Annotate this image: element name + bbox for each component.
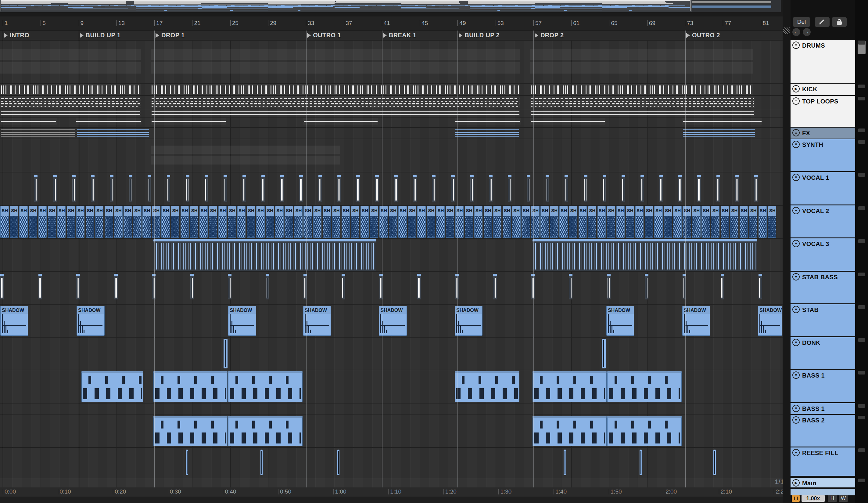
clip-stab-bass[interactable]	[493, 274, 497, 299]
clip-vocal-2[interactable]: SH	[0, 206, 9, 238]
track-header-synth[interactable]: ≡SYNTH	[790, 139, 855, 171]
clip-vocal-1[interactable]	[34, 175, 38, 203]
clip-stab[interactable]: SHADOW	[0, 306, 28, 336]
clip-vocal-2[interactable]: SH	[598, 206, 606, 238]
clip-vocal-2[interactable]: SH	[493, 206, 502, 238]
clip-vocal-1[interactable]	[508, 175, 512, 203]
history-back-button[interactable]: ←	[792, 28, 800, 36]
track-header-bass-2[interactable]: ▼BASS 2	[790, 415, 855, 446]
clip-vocal-2[interactable]: SH	[389, 206, 397, 238]
clip-reese-fill[interactable]	[713, 450, 715, 475]
clip-vocal-1[interactable]	[716, 175, 720, 203]
clip-vocal-2[interactable]: SH	[569, 206, 577, 238]
clip-vocal-1[interactable]	[148, 175, 151, 203]
clip-vocal-2[interactable]: SH	[550, 206, 558, 238]
track-header-stab[interactable]: ▼STAB	[790, 304, 855, 336]
history-forward-button[interactable]: →	[803, 28, 811, 36]
clip-stab-bass[interactable]	[455, 274, 459, 299]
clip-vocal-2[interactable]: SH	[398, 206, 407, 238]
clip-stab-bass[interactable]	[569, 274, 572, 299]
clip-vocal-2[interactable]: SH	[484, 206, 492, 238]
track-header-reese-fill[interactable]: ▼REESE FILL	[790, 447, 855, 476]
clip-vocal-2[interactable]: SH	[579, 206, 587, 238]
clip-vocal-2[interactable]: SH	[436, 206, 445, 238]
clip-vocal-2[interactable]: SH	[351, 206, 360, 238]
clip-stab[interactable]: SHADOW	[379, 306, 406, 336]
clip-vocal-2[interactable]: SH	[503, 206, 511, 238]
clip-vocal-2[interactable]: SH	[758, 206, 767, 238]
follow-toggle-icon[interactable]	[783, 28, 789, 34]
scrollbar-segment[interactable]	[858, 338, 865, 342]
clip-vocal-2[interactable]: SH	[218, 206, 227, 238]
scrollbar-segment[interactable]	[858, 416, 865, 419]
clip-vocal-1[interactable]	[72, 175, 76, 203]
clip-top-loops-c[interactable]	[530, 118, 606, 125]
track-header-donk[interactable]: ▼DONK	[790, 337, 855, 369]
track-header-bass-1[interactable]: ▼BASS 1	[790, 403, 855, 414]
scrollbar-segment[interactable]	[858, 449, 865, 452]
scrollbar-segment[interactable]	[858, 273, 865, 276]
clip-vocal-3[interactable]	[533, 239, 757, 271]
clip-bass-2[interactable]	[228, 416, 302, 446]
lock-button[interactable]	[832, 17, 847, 27]
clip-vocal-2[interactable]: SH	[180, 206, 189, 238]
clip-fx[interactable]	[76, 128, 149, 138]
fold-down-icon[interactable]: ▼	[792, 371, 800, 379]
locator-row[interactable]: INTROBUILD UP 1DROP 1OUTRO 1BREAK 1BUILD…	[0, 31, 783, 40]
clip-stab-bass[interactable]	[645, 274, 648, 299]
clip-vocal-2[interactable]: SH	[171, 206, 179, 238]
clip-vocal-2[interactable]: SH	[266, 206, 274, 238]
clip-reese-fill[interactable]	[564, 450, 566, 475]
clip-bass-1[interactable]	[607, 371, 681, 402]
fold-down-icon[interactable]: ▼	[792, 306, 800, 313]
clip-reese-fill[interactable]	[260, 450, 262, 475]
clip-vocal-2[interactable]: SH	[76, 206, 85, 238]
fold-down-icon[interactable]: ▼	[792, 174, 800, 181]
clip-vocal-1[interactable]	[242, 175, 246, 203]
clip-vocal-2[interactable]: SH	[124, 206, 132, 238]
clip-bass-1[interactable]	[228, 371, 302, 402]
clip-bass-2[interactable]	[153, 416, 228, 446]
clip-vocal-2[interactable]: SH	[114, 206, 123, 238]
clip-vocal-2[interactable]: SH	[380, 206, 388, 238]
track-header-main[interactable]: ▶Main	[790, 478, 855, 487]
clip-bass-1[interactable]	[153, 371, 228, 402]
clip-vocal-2[interactable]: SH	[39, 206, 47, 238]
clip-vocal-2[interactable]: SH	[730, 206, 739, 238]
scrollbar-segment[interactable]	[858, 84, 865, 88]
clip-vocal-2[interactable]: SH	[512, 206, 520, 238]
clip-vocal-1[interactable]	[432, 175, 435, 203]
locator-build-up-2[interactable]: BUILD UP 2	[459, 32, 499, 39]
clip-vocal-2[interactable]: SH	[57, 206, 66, 238]
clip-vocal-2[interactable]: SH	[607, 206, 616, 238]
clip-vocal-2[interactable]: SH	[95, 206, 104, 238]
clip-vocal-1[interactable]	[565, 175, 568, 203]
clip-vocal-2[interactable]: SH	[711, 206, 720, 238]
arrangement-area[interactable]: SHSHSHSHSHSHSHSHSHSHSHSHSHSHSHSHSHSHSHSH…	[0, 40, 783, 487]
locator-break-1[interactable]: BREAK 1	[383, 32, 417, 39]
clip-vocal-2[interactable]: SH	[702, 206, 710, 238]
clip-stab-bass[interactable]	[190, 274, 194, 299]
clip-kick[interactable]	[151, 84, 379, 94]
group-icon[interactable]: ≡	[792, 41, 800, 49]
clip-vocal-2[interactable]: SH	[190, 206, 198, 238]
clip-bass-1[interactable]	[81, 371, 143, 402]
clip-vocal-2[interactable]: SH	[531, 206, 539, 238]
clip-vocal-2[interactable]: SH	[199, 206, 208, 238]
track-header-vocal-3[interactable]: ▼VOCAL 3	[790, 238, 855, 271]
clip-stab-bass[interactable]	[266, 274, 269, 299]
clip-stab[interactable]: SHADOW	[682, 306, 710, 336]
clip-top-loops-b[interactable]	[151, 110, 520, 117]
clip-stab[interactable]: SHADOW	[303, 306, 331, 336]
clip-stab[interactable]: SHADOW	[455, 306, 483, 336]
clip-vocal-2[interactable]: SH	[521, 206, 530, 238]
clip-vocal-2[interactable]: SH	[692, 206, 701, 238]
clip-top-loops-c[interactable]	[455, 118, 520, 125]
clip-bass-2[interactable]	[533, 416, 607, 446]
locator-drop-1[interactable]: DROP 1	[156, 32, 185, 39]
clip-vocal-1[interactable]	[91, 175, 94, 203]
clip-stab-bass[interactable]	[531, 274, 535, 299]
clip-vocal-2[interactable]: SH	[664, 206, 672, 238]
clip-vocal-1[interactable]	[186, 175, 189, 203]
clip-vocal-2[interactable]: SH	[408, 206, 416, 238]
